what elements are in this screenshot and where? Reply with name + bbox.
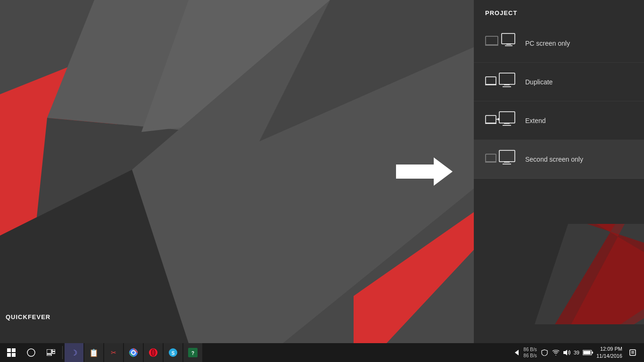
sticky-notes-app-icon[interactable]: 📋 — [84, 343, 103, 362]
app6-icon[interactable]: ? — [183, 343, 202, 362]
svg-point-51 — [152, 349, 155, 356]
chrome-app-icon[interactable] — [124, 343, 143, 362]
notification-center-button[interactable] — [625, 343, 640, 362]
network-stats: 86 B/s 86 B/s — [523, 346, 537, 359]
second-screen-only-icon — [485, 148, 516, 170]
svg-rect-38 — [12, 348, 16, 352]
svg-rect-21 — [486, 115, 496, 123]
svg-rect-44 — [52, 352, 55, 354]
panel-title: PROJECT — [474, 0, 644, 24]
panel-item-extend[interactable]: Extend — [474, 101, 644, 140]
duplicate-icon — [485, 71, 516, 92]
svg-rect-18 — [499, 73, 515, 84]
second-screen-only-label: Second screen only — [525, 156, 583, 163]
svg-rect-30 — [499, 150, 515, 162]
svg-text:?: ? — [191, 351, 194, 356]
svg-rect-11 — [486, 36, 498, 45]
svg-point-48 — [132, 351, 135, 354]
duplicate-label: Duplicate — [525, 78, 553, 86]
svg-marker-10 — [396, 157, 453, 186]
panel-item-pc-screen-only[interactable]: PC screen only — [474, 24, 644, 63]
svg-rect-43 — [52, 349, 55, 351]
wifi-icon[interactable] — [551, 343, 561, 362]
taskbar-left: ☽ 📋 ✂ S — [0, 343, 204, 362]
svg-rect-13 — [502, 33, 515, 44]
svg-rect-16 — [486, 77, 496, 84]
tools-app-icon[interactable]: ✂ — [104, 343, 123, 362]
brand-watermark: QUICKFEVER — [6, 313, 50, 321]
system-tray-expand[interactable] — [513, 343, 520, 362]
svg-rect-59 — [584, 351, 590, 354]
panel-item-second-screen-only[interactable]: Second screen only — [474, 140, 644, 179]
svg-rect-23 — [499, 112, 515, 123]
svg-rect-28 — [486, 154, 496, 162]
pc-screen-only-label: PC screen only — [525, 40, 570, 47]
taskbar-right: 86 B/s 86 B/s — [513, 343, 644, 362]
svg-marker-57 — [563, 350, 567, 355]
panel-item-duplicate[interactable]: Duplicate — [474, 63, 644, 101]
svg-point-41 — [27, 349, 35, 356]
svg-rect-40 — [12, 353, 16, 357]
svg-text:S: S — [172, 351, 175, 356]
svg-rect-60 — [592, 352, 593, 354]
pc-screen-only-icon — [485, 33, 516, 54]
svg-marker-56 — [515, 350, 519, 355]
extend-icon — [485, 110, 516, 131]
svg-rect-39 — [7, 353, 11, 357]
taskbar: ☽ 📋 ✂ S — [0, 343, 644, 362]
volume-level: 39 — [574, 350, 579, 355]
panel-bottom-area — [474, 224, 644, 324]
start-button[interactable] — [2, 343, 21, 362]
search-button[interactable] — [22, 343, 41, 362]
clock[interactable]: 12:09 PM 11/14/2016 — [596, 346, 622, 360]
moon-app-icon[interactable]: ☽ — [65, 343, 83, 362]
taskbar-separator-1 — [62, 346, 63, 359]
sharex-app-icon[interactable]: S — [164, 343, 182, 362]
svg-rect-61 — [630, 350, 636, 355]
arrow-indicator — [396, 157, 448, 186]
desktop: QUICKFEVER — [0, 0, 474, 343]
system-icons: 39 — [540, 343, 579, 362]
svg-rect-37 — [7, 348, 11, 352]
antivirus-icon[interactable] — [540, 343, 549, 362]
svg-rect-45 — [47, 354, 51, 356]
extend-label: Extend — [525, 117, 546, 124]
opera-app-icon[interactable] — [144, 343, 163, 362]
volume-icon[interactable] — [562, 343, 572, 362]
svg-rect-42 — [47, 349, 51, 354]
battery-icon[interactable] — [582, 343, 594, 362]
task-view-button[interactable] — [41, 343, 60, 362]
project-panel: PROJECT PC screen only — [474, 0, 644, 343]
